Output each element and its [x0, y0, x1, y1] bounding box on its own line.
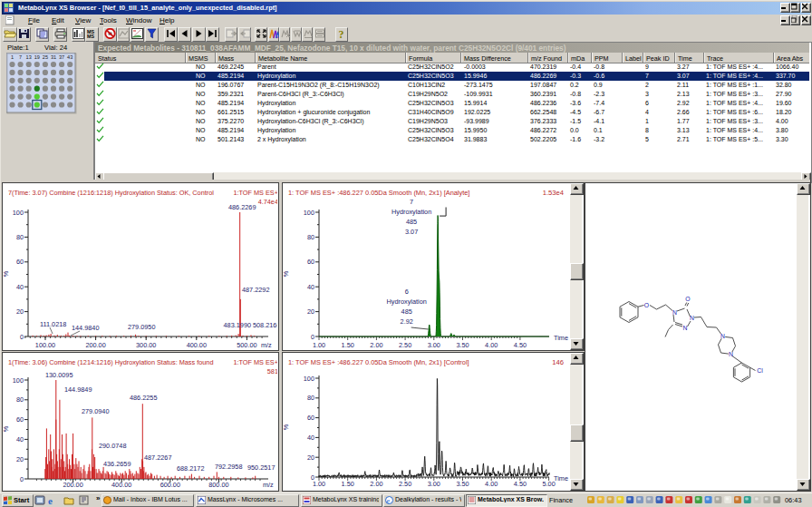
svg-text:688.2172: 688.2172: [177, 464, 204, 473]
svg-text:Hydroxylation: Hydroxylation: [387, 297, 427, 306]
svg-text:0: 0: [311, 333, 314, 341]
svg-text:3.00: 3.00: [428, 480, 440, 488]
svg-text:1(Time: 3.06) Combine (1214:12: 1(Time: 3.06) Combine (1214:1216) Hydrox…: [8, 358, 213, 366]
svg-text:100: 100: [13, 376, 24, 385]
svg-text:144.9849: 144.9849: [64, 385, 92, 394]
svg-text:1.53e4: 1.53e4: [543, 189, 564, 197]
svg-text:60: 60: [307, 414, 314, 422]
svg-text:485: 485: [401, 307, 412, 316]
svg-text:792.2958: 792.2958: [215, 463, 242, 471]
svg-text:MS: MS: [87, 34, 94, 39]
svg-text:100: 100: [304, 209, 314, 217]
svg-text:7(Time: 3.07) Combine (1216:12: 7(Time: 3.07) Combine (1216:1218) Hydrox…: [8, 189, 214, 197]
svg-text:4.00: 4.00: [485, 480, 498, 488]
svg-text:20: 20: [307, 453, 314, 462]
svg-text:400.00: 400.00: [111, 481, 131, 489]
svg-text:279.0950: 279.0950: [128, 323, 155, 331]
svg-text:485: 485: [406, 218, 417, 226]
svg-text:40: 40: [16, 283, 24, 291]
svg-text:37: 37: [59, 54, 64, 60]
svg-text:3.07: 3.07: [405, 228, 418, 236]
svg-text:60: 60: [16, 415, 24, 424]
svg-text:40: 40: [307, 434, 314, 442]
svg-text:290.0748: 290.0748: [99, 442, 126, 450]
svg-text:279.0940: 279.0940: [82, 407, 109, 415]
svg-text:200.00: 200.00: [85, 341, 105, 348]
svg-text:1: 1: [11, 54, 14, 60]
svg-text:0: 0: [20, 475, 24, 483]
svg-text:1:TOF MS ES+: 1:TOF MS ES+: [233, 189, 277, 197]
svg-text:483.1990: 483.1990: [224, 321, 251, 329]
svg-text:100.00: 100.00: [35, 341, 55, 348]
svg-text:400.00: 400.00: [187, 341, 207, 348]
svg-text:1: TOF MS ES+ :486.227 0.05Da: 1: TOF MS ES+ :486.227 0.05Da Smooth (Mn…: [288, 358, 469, 366]
svg-text:3.50: 3.50: [456, 480, 469, 488]
svg-text:1: TOF MS ES+ :486.227 0.05Da: 1: TOF MS ES+ :486.227 0.05Da Smooth (Mn…: [288, 189, 469, 197]
svg-text:146: 146: [552, 358, 564, 366]
svg-text:600.00: 600.00: [160, 481, 180, 489]
svg-text:1.00: 1.00: [313, 341, 325, 348]
svg-text:80: 80: [16, 395, 24, 404]
svg-text:N: N: [690, 315, 694, 321]
svg-text:m/z: m/z: [263, 481, 274, 489]
svg-text:31: 31: [51, 54, 56, 60]
svg-text:e: e: [48, 495, 53, 506]
svg-text:1.50: 1.50: [342, 480, 354, 488]
svg-text:2.00: 2.00: [370, 480, 382, 488]
svg-text:300.00: 300.00: [136, 341, 156, 348]
svg-text:Hydroxylation: Hydroxylation: [392, 208, 431, 216]
svg-text:e: e: [387, 497, 391, 505]
svg-text:19: 19: [34, 54, 40, 60]
svg-text:487.2292: 487.2292: [242, 286, 269, 294]
svg-text:3.50: 3.50: [456, 341, 469, 348]
svg-text:2.00: 2.00: [370, 341, 382, 348]
svg-text:43: 43: [67, 54, 72, 60]
svg-text:N: N: [672, 309, 677, 316]
svg-text:O: O: [685, 296, 690, 302]
svg-text:60: 60: [16, 258, 24, 266]
svg-text:7: 7: [19, 54, 22, 60]
svg-text:25: 25: [43, 54, 48, 60]
svg-text:6: 6: [405, 288, 409, 296]
svg-text:4.50: 4.50: [514, 480, 527, 488]
svg-text:N: N: [720, 333, 725, 339]
svg-text:3.00: 3.00: [428, 341, 440, 348]
svg-text:950.2517: 950.2517: [247, 463, 275, 472]
svg-text:%: %: [3, 425, 10, 432]
svg-text:Time: Time: [554, 334, 568, 342]
svg-text:2.92: 2.92: [401, 317, 413, 326]
svg-text:40: 40: [307, 283, 314, 291]
svg-text:100: 100: [13, 209, 24, 217]
svg-text:800.00: 800.00: [208, 481, 228, 489]
svg-text:130.0095: 130.0095: [45, 371, 72, 379]
svg-text:500.00: 500.00: [237, 341, 256, 348]
svg-text:Time: Time: [554, 474, 568, 483]
svg-text:40: 40: [16, 435, 24, 444]
svg-text:N: N: [683, 325, 688, 331]
svg-text:20: 20: [16, 307, 24, 316]
svg-text:4.50: 4.50: [514, 341, 527, 348]
svg-text:144.9840: 144.9840: [72, 324, 99, 332]
svg-text:508.2166: 508.2166: [253, 321, 277, 329]
svg-text:m/z: m/z: [261, 341, 272, 348]
svg-text:%: %: [283, 270, 290, 277]
svg-text:1.50: 1.50: [342, 341, 354, 348]
svg-text:1:TOF MS ES+: 1:TOF MS ES+: [233, 358, 277, 366]
svg-text:80: 80: [16, 233, 24, 241]
svg-text:4.00: 4.00: [485, 341, 498, 348]
svg-text:20: 20: [16, 455, 24, 463]
svg-text:200.00: 200.00: [63, 481, 82, 489]
svg-text:%: %: [283, 424, 290, 430]
svg-text:581: 581: [267, 367, 277, 375]
svg-text:4.74e4: 4.74e4: [258, 198, 277, 206]
svg-text:60: 60: [307, 258, 314, 266]
svg-text:80: 80: [307, 394, 314, 402]
svg-text:13: 13: [26, 54, 32, 60]
svg-text:?: ?: [339, 28, 344, 39]
svg-text:0: 0: [20, 333, 24, 341]
svg-text:%: %: [3, 270, 10, 277]
svg-text:20: 20: [307, 307, 314, 316]
svg-text:486.2269: 486.2269: [228, 203, 256, 211]
svg-text:486.2255: 486.2255: [130, 394, 157, 402]
svg-text:7: 7: [410, 198, 413, 206]
